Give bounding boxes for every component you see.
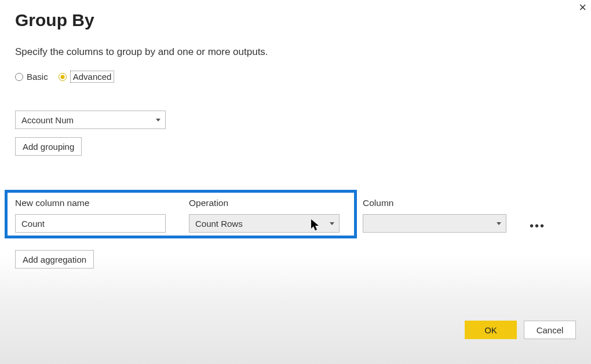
column-group: Column <box>363 198 506 233</box>
new-column-name-label: New column name <box>15 198 166 208</box>
new-column-name-input[interactable] <box>15 214 166 233</box>
cancel-label: Cancel <box>537 325 564 335</box>
new-column-name-group: New column name <box>15 198 166 233</box>
operation-value: Count Rows <box>195 219 243 229</box>
group-by-dialog: Group By Specify the columns to group by… <box>15 10 576 156</box>
add-aggregation-button[interactable]: Add aggregation <box>15 250 94 269</box>
ok-label: OK <box>484 325 497 335</box>
chevron-down-icon <box>156 119 160 122</box>
add-aggregation-label: Add aggregation <box>23 255 86 264</box>
radio-basic-label: Basic <box>27 72 48 82</box>
column-label: Column <box>363 198 506 208</box>
dialog-footer: OK Cancel <box>465 321 576 339</box>
radio-icon <box>59 73 67 81</box>
add-grouping-label: Add grouping <box>23 142 74 152</box>
dialog-title: Group By <box>15 10 576 30</box>
radio-advanced[interactable]: Advanced <box>59 71 115 83</box>
column-select[interactable] <box>363 214 506 233</box>
radio-advanced-label: Advanced <box>70 71 115 83</box>
chevron-down-icon <box>330 222 334 225</box>
radio-icon <box>15 73 23 81</box>
mode-radio-group: Basic Advanced <box>15 71 576 83</box>
group-column-value: Account Num <box>21 115 74 125</box>
chevron-down-icon <box>497 222 501 225</box>
row-options-icon[interactable]: ••• <box>530 219 545 233</box>
operation-group: Operation Count Rows <box>189 198 340 233</box>
aggregation-row: New column name Operation Count Rows Col… <box>15 198 506 233</box>
group-column-select[interactable]: Account Num <box>15 111 166 129</box>
ok-button[interactable]: OK <box>465 321 517 339</box>
radio-basic[interactable]: Basic <box>15 72 48 82</box>
dialog-subtitle: Specify the columns to group by and one … <box>15 46 576 58</box>
add-grouping-button[interactable]: Add grouping <box>15 137 82 156</box>
cancel-button[interactable]: Cancel <box>524 321 576 339</box>
close-icon[interactable]: × <box>575 0 590 17</box>
operation-select[interactable]: Count Rows <box>189 214 340 233</box>
operation-label: Operation <box>189 198 340 208</box>
